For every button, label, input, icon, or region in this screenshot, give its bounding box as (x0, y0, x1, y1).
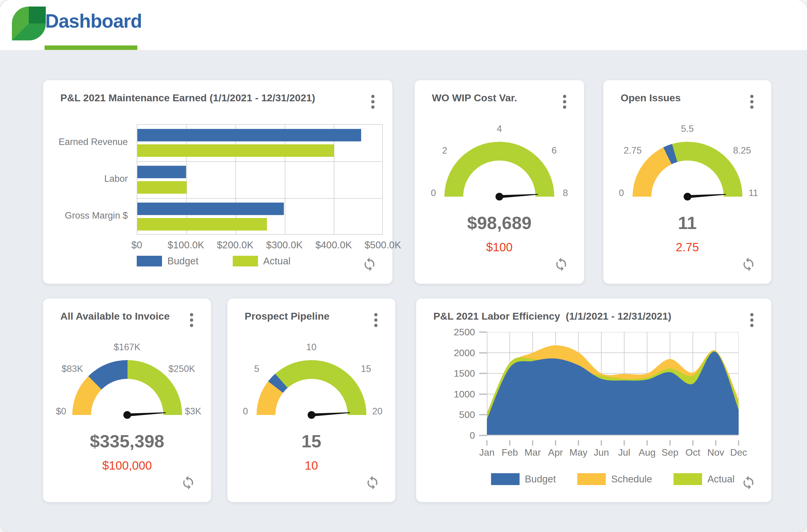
x-axis-label: $100.0K (159, 240, 213, 251)
bar-budget-3 (137, 203, 284, 215)
category-label: Labor (43, 173, 128, 184)
gauge-target-value: $100 (415, 241, 584, 254)
refresh-icon[interactable] (181, 475, 196, 490)
bar-budget-2 (137, 166, 186, 178)
bar-actual-2 (137, 181, 187, 194)
legend-item-actual[interactable]: Actual (674, 473, 735, 485)
gauge-tick-label: 8 (563, 188, 568, 198)
card-prospect-pipeline: Prospect Pipeline 05101520 15 10 (227, 299, 395, 502)
dashboard-page: Dashboard P&L 2021 Maintenance Earned (1… (0, 0, 807, 532)
category-label: Earned Revenue (43, 137, 128, 147)
gauge-tick-label: 20 (372, 406, 382, 417)
gauge-arc (72, 360, 182, 415)
category-label: Gross Margin $ (43, 210, 128, 221)
card-wo-wip-cost-var: WO WIP Cost Var. 02468 $98,689 $100 (415, 80, 584, 284)
gauge-needle-hub (123, 411, 131, 419)
x-tick-mark (601, 440, 602, 445)
schedule-swatch (577, 473, 606, 485)
y-axis-label: 0 (416, 430, 475, 441)
gauge-needle-hub (495, 193, 503, 201)
card-maintenance-earned: P&L 2021 Maintenance Earned (1/1/2021 - … (43, 80, 392, 284)
x-tick-mark (509, 440, 510, 445)
gauge-tick-label: $0 (56, 406, 66, 417)
gauge-tick-label: 0 (431, 188, 436, 198)
page-title: Dashboard (45, 10, 142, 32)
area-plot (487, 332, 739, 435)
gauge-tick-label: 5.5 (681, 124, 694, 134)
refresh-icon[interactable] (365, 475, 380, 490)
legend-label: Budget (525, 474, 556, 485)
y-axis-label: 2000 (416, 347, 475, 359)
gauge-arc (257, 360, 366, 415)
gauge-needle-hub (684, 193, 691, 201)
y-tick-mark (479, 352, 487, 354)
gauge-tick-label: 5 (254, 364, 259, 374)
x-tick-mark (624, 440, 625, 445)
card-all-available-to-invoice: All Available to Invoice $0$83K$167K$250… (43, 299, 211, 502)
card-open-issues: Open Issues 02.755.58.2511 11 2.75 (603, 80, 771, 284)
x-tick-mark (692, 440, 694, 445)
refresh-icon[interactable] (741, 475, 756, 490)
gauge-tick-label: 2 (442, 145, 447, 156)
gauge-target-value: 2.75 (603, 241, 771, 254)
bar-actual-3 (137, 218, 267, 230)
refresh-icon[interactable] (741, 257, 756, 272)
budget-swatch (491, 473, 519, 485)
x-tick-mark (738, 440, 739, 445)
x-axis-label: $200.0K (208, 240, 262, 251)
bar-plot-area (137, 124, 383, 235)
gauge-tick-label: 11 (749, 188, 758, 198)
gauge-value: 15 (227, 431, 395, 452)
gauge-tick-label: 2.75 (624, 145, 641, 156)
x-tick-mark (555, 440, 556, 445)
y-axis-label: 500 (416, 409, 475, 420)
actual-swatch (233, 256, 258, 266)
x-axis-label: $400.0K (307, 240, 360, 251)
gauge-tick-label: 0 (619, 188, 624, 198)
gauge-target-value: 10 (227, 459, 395, 472)
gauge-tick-label: 8.25 (733, 145, 751, 156)
gauge-tick-label: 4 (497, 124, 502, 134)
maintenance-bar-chart: Earned RevenueLaborGross Margin $$0$100.… (43, 80, 392, 284)
legend-label: Budget (167, 255, 199, 267)
y-axis-label: 2500 (416, 327, 475, 338)
gauge-tick-label: $3K (185, 406, 201, 417)
gauge-arc (632, 142, 742, 197)
gauge-value: 11 (603, 213, 771, 233)
area-series-budget (487, 352, 739, 435)
gauge-tick-label: 15 (361, 364, 371, 374)
y-tick-mark (479, 373, 487, 374)
title-underline (44, 45, 137, 50)
x-axis-label: $300.0K (258, 240, 311, 251)
y-axis-label: 1500 (416, 368, 475, 379)
gauge-tick-label: 6 (551, 145, 556, 156)
gauge-tick-label: $167K (114, 342, 141, 353)
x-tick-mark (532, 440, 533, 445)
legend-item-budget[interactable]: Budget (491, 473, 556, 485)
gauge-arc (444, 142, 554, 197)
actual-swatch (674, 473, 702, 485)
y-tick-mark (479, 435, 487, 436)
bar-chart-legend: Budget Actual (137, 255, 290, 267)
x-tick-mark (486, 440, 488, 445)
y-axis-label: 1000 (416, 389, 475, 400)
x-tick-mark (715, 440, 716, 445)
gauge-needle-hub (308, 411, 315, 419)
legend-item-actual[interactable]: Actual (233, 255, 291, 267)
budget-swatch (137, 256, 162, 266)
gauge-tick-label: $83K (61, 364, 83, 374)
legend-item-schedule[interactable]: Schedule (577, 473, 652, 485)
bar-budget-1 (137, 129, 361, 141)
leaf-logo-icon (12, 6, 46, 40)
legend-label: Actual (263, 255, 291, 267)
refresh-icon[interactable] (554, 257, 569, 272)
gauge-target-value: $100,000 (43, 459, 211, 472)
gauge-value: $335,398 (43, 431, 211, 452)
group-separator (137, 161, 382, 162)
area-chart-legend: Budget Schedule Actual (487, 473, 739, 485)
labor-area-chart: 05001000150020002500JanFebMarAprMayJunJu… (416, 299, 771, 502)
refresh-icon[interactable] (362, 257, 377, 272)
bar-actual-1 (137, 144, 334, 157)
x-axis-label: Dec (721, 447, 756, 458)
legend-item-budget[interactable]: Budget (137, 255, 199, 267)
